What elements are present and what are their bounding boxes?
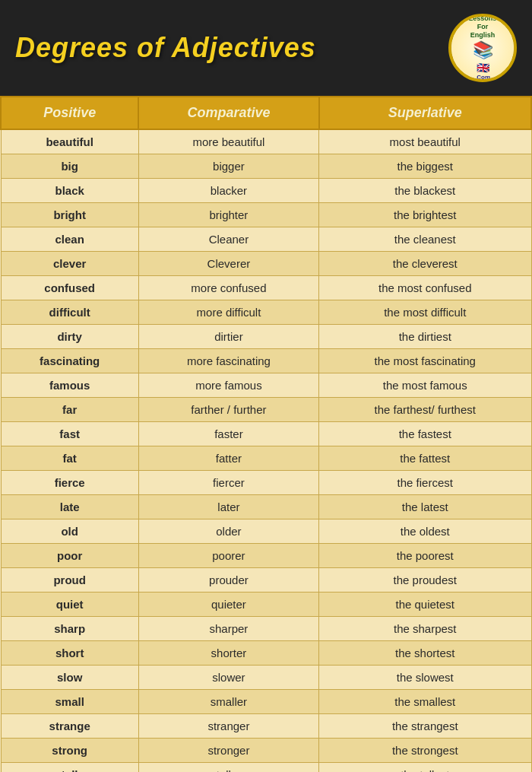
col-positive: Positive — [1, 97, 138, 129]
superlative-cell: the biggest — [319, 154, 531, 179]
comparative-cell: farther / further — [138, 398, 318, 422]
positive-cell: fast — [1, 422, 138, 446]
superlative-cell: the shortest — [319, 641, 531, 666]
superlative-cell: the blackest — [319, 179, 531, 203]
positive-cell: confused — [1, 276, 138, 300]
table-row: beautifulmore beautifulmost beautiful — [1, 129, 531, 154]
table-row: cleverClevererthe cleverest — [1, 252, 531, 276]
superlative-cell: most beautiful — [319, 129, 531, 154]
positive-cell: difficult — [1, 300, 138, 325]
table-row: fiercefiercerthe fiercest — [1, 471, 531, 495]
main-container: Degrees of Adjectives LessonsForEnglish … — [0, 0, 532, 772]
comparative-cell: shorter — [138, 641, 318, 666]
positive-cell: late — [1, 495, 138, 519]
table-row: brightbrighterthe brightest — [1, 203, 531, 227]
comparative-cell: brighter — [138, 203, 318, 227]
superlative-cell: the latest — [319, 495, 531, 519]
superlative-cell: the fattest — [319, 446, 531, 471]
superlative-cell: the farthest/ furthest — [319, 398, 531, 422]
header: Degrees of Adjectives LessonsForEnglish … — [0, 0, 532, 96]
comparative-cell: more fascinating — [138, 349, 318, 373]
logo-text-bottom: .Com — [475, 74, 490, 81]
positive-cell: famous — [1, 373, 138, 398]
comparative-cell: smaller — [138, 690, 318, 714]
superlative-cell: the cleanest — [319, 227, 531, 252]
superlative-cell: the fastest — [319, 422, 531, 446]
comparative-cell: dirtier — [138, 325, 318, 349]
flag-icon: 🇬🇧 — [477, 62, 489, 74]
positive-cell: clever — [1, 252, 138, 276]
table-row: strangestrangerthe strangest — [1, 714, 531, 739]
superlative-cell: the fiercest — [319, 471, 531, 495]
comparative-cell: Cleverer — [138, 252, 318, 276]
table-row: cleanCleanerthe cleanest — [1, 227, 531, 252]
table-row: bigbiggerthe biggest — [1, 154, 531, 179]
table-row: blackblackerthe blackest — [1, 179, 531, 203]
col-comparative: Comparative — [138, 97, 318, 129]
comparative-cell: more difficult — [138, 300, 318, 325]
comparative-cell: stronger — [138, 739, 318, 763]
superlative-cell: the sharpest — [319, 617, 531, 641]
positive-cell: small — [1, 690, 138, 714]
positive-cell: big — [1, 154, 138, 179]
positive-cell: sharp — [1, 617, 138, 641]
superlative-cell: the dirtiest — [319, 325, 531, 349]
comparative-cell: poorer — [138, 544, 318, 568]
superlative-cell: the strongest — [319, 739, 531, 763]
superlative-cell: the brightest — [319, 203, 531, 227]
positive-cell: slow — [1, 666, 138, 690]
superlative-cell: the most confused — [319, 276, 531, 300]
books-icon: 📚 — [473, 40, 493, 60]
table-row: shortshorterthe shortest — [1, 641, 531, 666]
positive-cell: dirty — [1, 325, 138, 349]
comparative-cell: more famous — [138, 373, 318, 398]
superlative-cell: the slowest — [319, 666, 531, 690]
comparative-cell: bigger — [138, 154, 318, 179]
table-header-row: Positive Comparative Superlative — [1, 97, 531, 129]
table-row: dirtydirtierthe dirtiest — [1, 325, 531, 349]
positive-cell: proud — [1, 568, 138, 593]
comparative-cell: older — [138, 519, 318, 544]
logo-text-top: LessonsForEnglish — [469, 14, 497, 39]
comparative-cell: blacker — [138, 179, 318, 203]
positive-cell: strange — [1, 714, 138, 739]
table-row: oldolderthe oldest — [1, 519, 531, 544]
positive-cell: quiet — [1, 593, 138, 617]
comparative-cell: faster — [138, 422, 318, 446]
positive-cell: fascinating — [1, 349, 138, 373]
comparative-cell: quieter — [138, 593, 318, 617]
table-row: fascinatingmore fascinatingthe most fasc… — [1, 349, 531, 373]
comparative-cell: later — [138, 495, 318, 519]
positive-cell: far — [1, 398, 138, 422]
logo: LessonsForEnglish 📚 🇬🇧 .Com — [448, 14, 517, 82]
col-superlative: Superlative — [319, 97, 531, 129]
table-body: beautifulmore beautifulmost beautifulbig… — [1, 129, 531, 772]
table-row: slowslowerthe slowest — [1, 666, 531, 690]
superlative-cell: the most fascinating — [319, 349, 531, 373]
superlative-cell: the poorest — [319, 544, 531, 568]
superlative-cell: the tallest — [319, 763, 531, 773]
positive-cell: bright — [1, 203, 138, 227]
positive-cell: short — [1, 641, 138, 666]
superlative-cell: the cleverest — [319, 252, 531, 276]
superlative-cell: the smallest — [319, 690, 531, 714]
table-row: latelaterthe latest — [1, 495, 531, 519]
positive-cell: poor — [1, 544, 138, 568]
table-row: famousmore famousthe most famous — [1, 373, 531, 398]
superlative-cell: the strangest — [319, 714, 531, 739]
table-row: confusedmore confusedthe most confused — [1, 276, 531, 300]
table-row: fatfatterthe fattest — [1, 446, 531, 471]
positive-cell: tall — [1, 763, 138, 773]
table-row: quietquieterthe quietest — [1, 593, 531, 617]
comparative-cell: sharper — [138, 617, 318, 641]
positive-cell: black — [1, 179, 138, 203]
superlative-cell: the most difficult — [319, 300, 531, 325]
page-title: Degrees of Adjectives — [15, 32, 316, 64]
comparative-cell: stranger — [138, 714, 318, 739]
comparative-cell: more confused — [138, 276, 318, 300]
table-row: strongstrongerthe strongest — [1, 739, 531, 763]
table-row: farfarther / furtherthe farthest/ furthe… — [1, 398, 531, 422]
positive-cell: strong — [1, 739, 138, 763]
table-row: poorpoorerthe poorest — [1, 544, 531, 568]
table-row: talltallerthe tallest — [1, 763, 531, 773]
